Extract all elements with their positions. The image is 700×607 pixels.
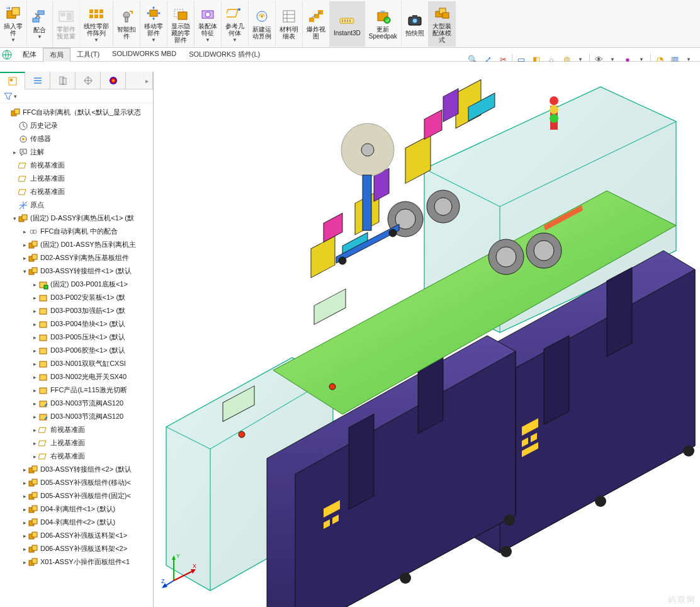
tree-node[interactable]: 历史记录 (1, 119, 152, 132)
tree-node[interactable]: 上视基准面 (1, 172, 152, 185)
dropdown-arrow-icon[interactable]: ▼ (205, 37, 210, 43)
ribbon-snapshot[interactable]: 拍快照 (402, 1, 429, 47)
expand-toggle-icon[interactable]: ▸ (31, 427, 38, 433)
expand-toggle-icon[interactable]: ▸ (11, 149, 18, 156)
tree-node[interactable]: ▸D03-ASSY转接组件<2> (默认 (1, 463, 152, 476)
tree-node[interactable]: ▸D03-N003节流阀AS120 (1, 410, 152, 423)
dropdown-arrow-icon[interactable]: ▼ (94, 37, 99, 43)
expand-toggle-icon[interactable]: ▸ (21, 506, 28, 513)
fm-tab-tree[interactable] (0, 72, 25, 89)
tree-node[interactable]: ▸D06-ASSY补强板送料架<1> (1, 529, 152, 542)
command-tab[interactable]: 布局 (43, 48, 71, 62)
tree-node[interactable]: ▸D03-P004垫块<1> (默认 (1, 317, 152, 331)
ribbon-assembly-feat[interactable]: 装配体 特征▼ (195, 1, 222, 47)
tree-node[interactable]: ▸X01-ASSY小操作面板组件<1 (1, 555, 152, 569)
expand-toggle-icon[interactable]: ▸ (21, 519, 28, 526)
expand-toggle-icon[interactable]: ▸ (31, 308, 38, 314)
expand-toggle-icon[interactable]: ▸ (21, 480, 28, 486)
ribbon-ref-geom[interactable]: 参考几 何体▼ (222, 1, 249, 47)
tree-node[interactable]: ▸上视基准面 (1, 436, 152, 450)
ribbon-motion[interactable]: 新建运 动算例 (249, 1, 276, 47)
expand-toggle-icon[interactable]: ▸ (21, 467, 28, 473)
tree-node[interactable]: ▸(固定) D03-P001底板<1> (1, 278, 152, 291)
fm-tab-property[interactable] (25, 72, 50, 89)
tree-node[interactable]: ▸D05-ASSY补强板组件(固定)< (1, 489, 152, 502)
tree-node[interactable]: ▸D03-N003节流阀AS120 (1, 397, 152, 410)
expand-toggle-icon[interactable]: ▸ (31, 374, 38, 380)
fm-tab-more[interactable]: ▸ (126, 72, 153, 89)
expand-toggle-icon[interactable]: ▸ (31, 295, 38, 301)
command-tab[interactable]: SOLIDWORKS 插件(L) (183, 48, 266, 62)
fm-filter-row[interactable]: ▾ (0, 89, 153, 103)
command-tab[interactable]: SOLIDWORKS MBD (106, 48, 183, 62)
expand-toggle-icon[interactable]: ▸ (31, 334, 38, 341)
tree-node[interactable]: ▸A注解 (1, 145, 152, 159)
tree-node[interactable]: ▸D04-剥离组件<2> (默认) (1, 516, 152, 529)
tree-node[interactable]: ▸D03-N001双联气缸CXSI (1, 357, 152, 370)
expand-toggle-icon[interactable]: ▸ (21, 533, 28, 539)
expand-toggle-icon[interactable]: ▸ (31, 348, 38, 354)
tree-node[interactable]: ▸D03-P003加强筋<1> (默 (1, 304, 152, 317)
tree-node[interactable]: 前视基准面 (1, 159, 152, 172)
tree-node[interactable]: ▸(固定) D01-ASSY热压剥离机主 (1, 238, 152, 251)
ribbon-speedpak[interactable]: 更新 Speedpak (365, 1, 402, 47)
tree-node[interactable]: ▸右视基准面 (1, 450, 152, 463)
dropdown-arrow-icon[interactable]: ▼ (151, 37, 156, 43)
tree-node[interactable]: ▾D03-ASSY转接组件<1> (默认 (1, 264, 152, 278)
expand-toggle-icon[interactable]: ▸ (31, 440, 38, 446)
expand-toggle-icon[interactable]: ▸ (31, 387, 38, 394)
expand-toggle-icon[interactable]: ▸ (31, 453, 38, 460)
expand-toggle-icon[interactable]: ▸ (21, 546, 28, 552)
ribbon-move-comp[interactable]: 移动零 部件▼ (140, 1, 167, 47)
tree-node[interactable]: ▸D06-ASSY补强板送料架<2> (1, 542, 152, 555)
expand-toggle-icon[interactable]: ▸ (21, 255, 28, 261)
tree-main-asm[interactable]: ▾(固定) D-ASSY剥离热压机<1> (默 (1, 212, 152, 225)
expand-toggle-icon[interactable]: ▸ (31, 414, 38, 420)
ribbon-explode[interactable]: 爆炸视 图 (303, 1, 330, 47)
fm-tab-config[interactable] (50, 72, 76, 89)
expand-toggle-icon[interactable]: ▾ (21, 268, 28, 275)
tree-node[interactable]: ▸D02-ASSY剥离热压基板组件 (1, 251, 152, 264)
expand-toggle-icon[interactable]: ▸ (21, 229, 28, 235)
tree-node[interactable]: ▸D04-剥离组件<1> (默认) (1, 502, 152, 516)
tree-node[interactable]: ▸D05-ASSY补强板组件(移动)< (1, 476, 152, 489)
globe-icon[interactable] (1, 49, 13, 60)
tree-node[interactable]: 右视基准面 (1, 185, 152, 198)
dropdown-arrow-icon[interactable]: ▼ (37, 34, 42, 40)
expand-toggle-icon[interactable]: ▸ (31, 400, 38, 407)
tree-node[interactable]: ▸D03-N002光电开关SX40 (1, 370, 152, 383)
expand-toggle-icon[interactable]: ▸ (31, 281, 38, 288)
ribbon-mate[interactable]: 配合▼ (27, 1, 53, 47)
dropdown-arrow-icon[interactable]: ▼ (232, 37, 237, 43)
tree-node[interactable]: 原点 (1, 198, 152, 212)
expand-toggle-icon[interactable]: ▸ (21, 559, 28, 565)
command-tab[interactable]: 工具(T) (71, 48, 106, 62)
fm-tab-dimxpert[interactable] (76, 72, 101, 89)
expand-toggle-icon[interactable]: ▾ (11, 215, 18, 222)
fm-tab-display[interactable] (101, 72, 126, 89)
ribbon-instant3d[interactable]: Instant3D (330, 1, 365, 47)
ribbon-smart-fastener[interactable]: 智能扣 件 (113, 1, 140, 47)
ribbon-show-hidden[interactable]: 显示隐 藏的零 部件 (167, 1, 195, 47)
command-tab[interactable]: 配体 (16, 48, 43, 62)
ribbon-large-asm[interactable]: 大型装 配体模 式 (429, 1, 456, 47)
graphics-area[interactable] (154, 62, 700, 607)
expand-toggle-icon[interactable]: ▸ (21, 242, 28, 248)
expand-toggle-icon[interactable]: ▸ (21, 493, 28, 499)
expand-toggle-icon[interactable]: ▸ (31, 361, 38, 367)
tree-root[interactable]: FFC自动剥离机（默认<默认_显示状态 (1, 106, 152, 119)
view-triad[interactable]: Y X Z (161, 550, 199, 588)
ribbon-insert-part[interactable]: 插入零 件▼ (0, 1, 27, 47)
expand-toggle-icon[interactable]: ▸ (31, 321, 38, 327)
tree-node[interactable]: ▸FFC产品(L=115激光切断 (1, 383, 152, 397)
tree-node[interactable]: ▸前视基准面 (1, 423, 152, 436)
tree-node[interactable]: ▸D03-P002安装板<1> (默 (1, 291, 152, 304)
tree-node[interactable]: ▸FFC自动剥离机 中的配合 (1, 225, 152, 238)
ribbon-bom[interactable]: 材料明 细表 (276, 1, 303, 47)
tree-node[interactable]: ▸D03-P006胶垫<1> (默认 (1, 344, 152, 357)
dropdown-arrow-icon[interactable]: ▼ (11, 37, 16, 43)
tree-node[interactable]: ▸D03-P005压块<1> (默认 (1, 331, 152, 344)
ribbon-linear-pattern[interactable]: 线性零部 件阵列▼ (80, 1, 113, 47)
model-viewport[interactable] (154, 62, 700, 607)
tree-node[interactable]: 传感器 (1, 132, 152, 145)
